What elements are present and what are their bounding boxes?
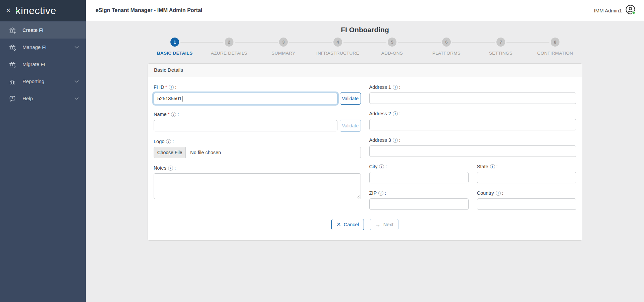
address1-label: Address 1 i : (369, 84, 577, 90)
step-circle: 7 (496, 38, 505, 47)
notes-textarea[interactable] (154, 173, 361, 199)
step-platforms[interactable]: 6 PLATFORMS (419, 38, 474, 56)
logo-file-input[interactable]: Choose File No file chosen (154, 147, 361, 158)
info-icon[interactable]: i (490, 164, 495, 169)
sidebar-item-help[interactable]: ? Help (0, 90, 86, 107)
info-icon[interactable]: i (496, 191, 501, 196)
notes-label: Notes i : (154, 165, 361, 171)
city-input[interactable] (369, 172, 469, 183)
label-colon: : (399, 111, 400, 116)
app-title: eSign Tenant Manager - IMM Admin Portal (96, 7, 202, 13)
card-body: FI ID * i : 525135501 (148, 76, 582, 216)
validate-name-button[interactable]: Validate (340, 120, 361, 132)
avatar-icon[interactable] (625, 4, 636, 16)
page-title: FI Onboarding (86, 26, 644, 34)
user-menu[interactable]: IMM Admin1 (594, 4, 636, 16)
sidebar-item-label: Help (22, 96, 74, 101)
label-text: Country (477, 190, 494, 196)
label-text: Logo (154, 139, 164, 144)
fi-id-input[interactable]: 525135501 (154, 93, 337, 104)
sidebar-nav: Create FI Manage FI (0, 21, 86, 107)
step-settings[interactable]: 7 SETTINGS (474, 38, 528, 56)
step-infrastructure[interactable]: 4 INFRASTRUCTURE (311, 38, 365, 56)
step-label: CONFIRMATION (528, 51, 582, 56)
form-actions: ✕ Cancel → Next (148, 216, 582, 240)
address1-input[interactable] (369, 93, 577, 104)
logo-label: Logo i : (154, 138, 361, 145)
cancel-button[interactable]: ✕ Cancel (331, 219, 364, 230)
chevron-down-icon (74, 97, 79, 100)
logo-text: kinective (15, 5, 56, 16)
info-icon[interactable]: i (171, 112, 176, 117)
step-azure-details[interactable]: 2 AZURE DETAILS (202, 38, 256, 56)
zip-input[interactable] (369, 198, 469, 210)
label-colon: : (502, 190, 503, 196)
step-label: SETTINGS (474, 51, 528, 56)
sidebar-item-migrate-fi[interactable]: Migrate FI (0, 56, 86, 73)
form-right-column: Address 1 i : Address 2 i : (369, 84, 577, 216)
next-label: Next (383, 222, 393, 227)
form-left-column: FI ID * i : 525135501 (154, 84, 361, 216)
state-field-group: State i : (477, 163, 576, 183)
logo-field-group: Logo i : Choose File No file chosen (154, 138, 361, 158)
step-number: 2 (228, 40, 230, 45)
step-summary[interactable]: 3 SUMMARY (256, 38, 311, 56)
required-marker: * (168, 112, 170, 117)
close-icon: ✕ (336, 222, 341, 227)
step-circle: 3 (279, 38, 288, 47)
name-label: Name * i : (154, 111, 361, 118)
name-input[interactable] (154, 120, 337, 131)
step-add-ons[interactable]: 5 ADD-ONS (365, 38, 419, 56)
step-basic-details[interactable]: 1 BASIC DETAILS (148, 38, 202, 56)
address2-input[interactable] (369, 119, 577, 130)
city-field-group: City i : (369, 163, 469, 183)
sidebar-close-icon[interactable]: × (6, 7, 10, 14)
bank-plus-icon (8, 26, 16, 34)
name-field-group: Name * i : Validate (154, 111, 361, 132)
info-icon[interactable]: i (393, 85, 398, 90)
step-label: AZURE DETAILS (202, 51, 256, 56)
sidebar-item-reporting[interactable]: Reporting (0, 73, 86, 90)
svg-text:?: ? (11, 96, 13, 100)
step-label: ADD-ONS (365, 51, 419, 56)
state-input[interactable] (477, 172, 576, 183)
next-button[interactable]: → Next (370, 219, 398, 230)
choose-file-button[interactable]: Choose File (154, 147, 186, 158)
label-text: Notes (154, 165, 166, 171)
info-icon[interactable]: i (378, 191, 383, 196)
validate-fi-id-button[interactable]: Validate (340, 93, 361, 105)
address2-field-group: Address 2 i : (369, 110, 577, 130)
kinective-logo: kinective (15, 5, 56, 16)
bar-chart-icon (8, 77, 16, 85)
info-icon[interactable]: i (393, 138, 398, 143)
step-number: 1 (173, 40, 176, 45)
info-icon[interactable]: i (169, 85, 174, 90)
chevron-down-icon (74, 46, 79, 49)
step-confirmation[interactable]: 8 CONFIRMATION (528, 38, 582, 56)
sidebar-item-create-fi[interactable]: Create FI (0, 21, 86, 39)
label-colon: : (399, 137, 400, 143)
info-icon[interactable]: i (168, 166, 173, 171)
country-label: Country i : (477, 190, 576, 196)
wizard-stepper: 1 BASIC DETAILS 2 AZURE DETAILS 3 SUMMAR… (148, 38, 582, 56)
zip-field-group: ZIP i : (369, 190, 469, 210)
sidebar-item-manage-fi[interactable]: Manage FI (0, 39, 86, 56)
label-colon: : (385, 164, 387, 169)
info-icon[interactable]: i (166, 139, 171, 144)
label-text: Address 2 (369, 111, 391, 116)
step-number: 3 (282, 40, 284, 45)
label-text: Name (154, 112, 167, 117)
fi-id-value: 525135501 (157, 96, 182, 101)
notes-field-group: Notes i : (154, 165, 361, 200)
step-circle: 5 (388, 38, 396, 47)
address3-input[interactable] (369, 145, 577, 157)
step-label: INFRASTRUCTURE (311, 51, 365, 56)
zip-label: ZIP i : (369, 190, 469, 196)
info-icon[interactable]: i (379, 164, 384, 169)
info-icon[interactable]: i (393, 111, 398, 116)
label-colon: : (385, 190, 386, 196)
country-input[interactable] (477, 198, 576, 210)
topbar: eSign Tenant Manager - IMM Admin Portal … (86, 0, 644, 21)
step-label: BASIC DETAILS (148, 51, 202, 56)
logo-accent-dot (16, 10, 18, 11)
